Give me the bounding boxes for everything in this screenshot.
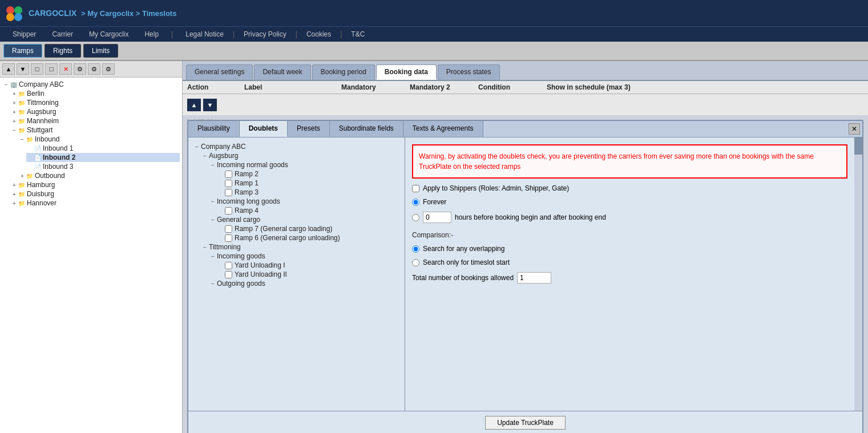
- modal-tab-presets[interactable]: Presets: [288, 121, 330, 137]
- tab-ramps[interactable]: Ramps: [3, 44, 42, 58]
- modal-tab-doublets[interactable]: Doublets: [240, 121, 288, 137]
- modal-tree-company[interactable]: − Company ABC: [193, 142, 400, 151]
- expander-hamburg: +: [10, 182, 18, 188]
- checkbox-ramp3[interactable]: [225, 189, 232, 196]
- modal-tab-plausibility[interactable]: Plausibility: [188, 121, 240, 137]
- toolbar-down[interactable]: ▼: [17, 63, 29, 75]
- tab-process-states[interactable]: Process states: [438, 64, 500, 80]
- checkbox-ramp6[interactable]: [225, 234, 232, 242]
- toolbar-up[interactable]: ▲: [2, 63, 15, 75]
- folder-icon-stuttgart: 📁: [18, 127, 25, 133]
- checkbox-yard2[interactable]: [225, 271, 232, 278]
- modal-tab-texts[interactable]: Texts & Agreements: [403, 121, 483, 137]
- table-header: Action Label Mandatory Mandatory 2 Condi…: [183, 81, 868, 94]
- tab-default-week[interactable]: Default week: [254, 64, 310, 80]
- tree-augsburg[interactable]: + 📁 Augsburg: [10, 107, 180, 116]
- hours-label: hours before booking begin and after boo…: [455, 213, 606, 221]
- tree-label-duisburg: Duisburg: [27, 190, 54, 198]
- tree-company-abc[interactable]: − 🏢 Company ABC: [2, 80, 180, 89]
- modal-scrollbar[interactable]: [854, 137, 862, 411]
- toolbar-delete[interactable]: ✕: [59, 63, 72, 75]
- nav-tc[interactable]: T&C: [343, 27, 373, 42]
- nav-carrier[interactable]: Carrier: [44, 27, 81, 42]
- option1-radio[interactable]: [412, 245, 419, 253]
- modal-label-yard2: Yard Unloading II: [235, 270, 287, 278]
- tree-berlin[interactable]: + 📁 Berlin: [10, 89, 180, 98]
- tree-hamburg[interactable]: + 📁 Hamburg: [10, 180, 180, 189]
- folder-icon-duisburg: 📁: [18, 191, 25, 197]
- nav-bar: Shipper Carrier My Cargoclix Help | Lega…: [0, 26, 868, 42]
- update-truckplate-button[interactable]: Update TruckPlate: [485, 416, 566, 430]
- tree-stuttgart[interactable]: − 📁 Stuttgart: [10, 126, 180, 135]
- tree-inbound2[interactable]: 📄 Inbound 2: [26, 153, 180, 162]
- tab-general-settings[interactable]: General settings: [186, 64, 253, 80]
- company-icon: 🏢: [10, 82, 17, 88]
- modal-close-button[interactable]: ✕: [849, 123, 860, 135]
- modal-scrollbar-thumb[interactable]: [854, 137, 862, 155]
- modal-tree-ramp3[interactable]: Ramp 3: [217, 188, 400, 197]
- forever-radio[interactable]: [412, 199, 419, 206]
- folder-icon-inbound-s: 📁: [26, 136, 33, 143]
- tab-booking-period[interactable]: Booking period: [312, 64, 375, 80]
- tree-inbound-stuttgart[interactable]: − 📁 Inbound: [18, 135, 180, 144]
- checkbox-ramp7[interactable]: [225, 225, 232, 233]
- modal-tab-subordinate[interactable]: Subordinate fields: [330, 121, 403, 137]
- tree-mannheim[interactable]: + 📁 Mannheim: [10, 116, 180, 126]
- tree-outbound-stuttgart[interactable]: + 📁 Outbound: [18, 171, 180, 180]
- tree-tittmoning[interactable]: + 📁 Tittmoning: [10, 98, 180, 107]
- toolbar-gear3[interactable]: ⚙: [102, 63, 115, 75]
- tree-inbound1[interactable]: 📄 Inbound 1: [26, 144, 180, 153]
- modal-tree-ramp7[interactable]: Ramp 7 (General cargo loading): [217, 224, 400, 233]
- modal-tree-augsburg[interactable]: − Augsburg: [201, 151, 400, 160]
- modal-tree-outgoing-goods[interactable]: − Outgoing goods: [209, 279, 400, 288]
- tab-limits[interactable]: Limits: [83, 44, 118, 58]
- nav-privacy[interactable]: Privacy Policy: [236, 27, 294, 42]
- nav-mycargoclix[interactable]: My Cargoclix: [81, 27, 136, 42]
- option2-radio[interactable]: [412, 259, 419, 266]
- modal-tree: − Company ABC − Augsburg − Incoming norm…: [188, 137, 405, 411]
- nav-shipper[interactable]: Shipper: [5, 27, 44, 42]
- modal-tree-yard2[interactable]: Yard Unloading II: [217, 270, 400, 279]
- modal-tree-tittmoning[interactable]: − Tittmoning: [201, 242, 400, 252]
- arrow-up-btn[interactable]: ▲: [187, 99, 201, 111]
- total-label: Total number of bookings allowed: [412, 274, 514, 282]
- nav-help[interactable]: Help: [136, 27, 167, 42]
- checkbox-ramp2[interactable]: [225, 171, 232, 178]
- col-header-label: Label: [244, 83, 330, 91]
- tab-booking-data[interactable]: Booking data: [376, 64, 437, 80]
- tab-rights[interactable]: Rights: [45, 44, 81, 58]
- modal-exp-augsburg: −: [201, 153, 209, 159]
- modal-tree-ramp6[interactable]: Ramp 6 (General cargo unloading): [217, 233, 400, 242]
- modal-tree-general-cargo[interactable]: − General cargo: [209, 215, 400, 224]
- nav-legal[interactable]: Legal Notice: [177, 27, 232, 42]
- nav-sep3: |: [294, 30, 298, 38]
- modal-tree-ramp1[interactable]: Ramp 1: [217, 179, 400, 188]
- modal-tree-incoming-long[interactable]: − Incoming long goods: [209, 197, 400, 206]
- total-input[interactable]: [517, 272, 551, 284]
- modal-tree-incoming-goods[interactable]: − Incoming goods: [209, 252, 400, 261]
- tree-duisburg[interactable]: + 📁 Duisburg: [10, 189, 180, 199]
- toolbar-gear2[interactable]: ⚙: [88, 63, 100, 75]
- apply-shippers-checkbox[interactable]: [412, 185, 419, 192]
- tree-inbound3[interactable]: 📄 Inbound 3: [26, 162, 180, 171]
- toolbar-copy2[interactable]: □: [45, 63, 58, 75]
- modal-exp-outgoing-goods: −: [209, 281, 217, 287]
- tree-label-stuttgart: Stuttgart: [27, 126, 53, 134]
- modal-tree-ramp2[interactable]: Ramp 2: [217, 169, 400, 179]
- tree-hannover[interactable]: + 📁 Hannover: [10, 199, 180, 208]
- tree-label-company-abc: Company ABC: [19, 80, 64, 88]
- modal-tree-ramp4[interactable]: Ramp 4: [217, 206, 400, 215]
- modal-label-tittmoning: Tittmoning: [209, 243, 241, 251]
- modal-label-yard1: Yard Unloading I: [235, 261, 285, 269]
- toolbar-gear1[interactable]: ⚙: [74, 63, 86, 75]
- nav-cookies[interactable]: Cookies: [298, 27, 339, 42]
- modal-tree-yard1[interactable]: Yard Unloading I: [217, 261, 400, 270]
- checkbox-ramp4[interactable]: [225, 207, 232, 215]
- checkbox-ramp1[interactable]: [225, 180, 232, 187]
- hours-input[interactable]: [423, 212, 451, 223]
- modal-tree-incoming-normal[interactable]: − Incoming normal goods: [209, 160, 400, 169]
- arrow-down-btn[interactable]: ▼: [203, 99, 217, 111]
- toolbar-copy1[interactable]: □: [31, 63, 43, 75]
- checkbox-yard1[interactable]: [225, 262, 232, 269]
- hours-radio[interactable]: [412, 214, 419, 221]
